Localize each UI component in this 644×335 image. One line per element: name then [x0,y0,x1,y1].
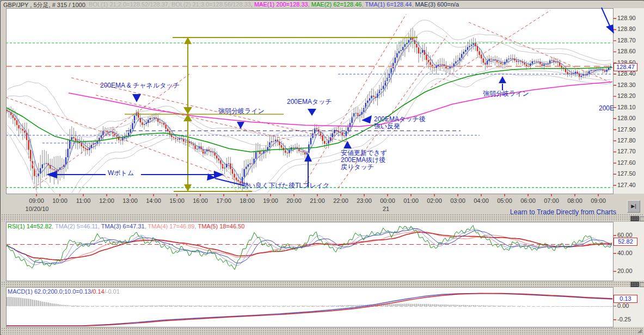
current-price-box: 128.47 [614,63,637,71]
bottom-bar [1,327,644,335]
scroll-next-button[interactable]: ▶| [627,200,640,213]
rsi-value-box: 52.82 [614,238,637,246]
splitter-grip-icon[interactable] [630,282,639,287]
splitter-rsi-macd[interactable] [1,281,644,287]
rsi-plot-area [7,222,614,281]
macd-plot-area [7,288,614,327]
chart-app-window: GBP/JPY , 5分足, # 315 / 1000, BOL(1) 21;2… [0,0,644,335]
resize-corner-icon[interactable]: ◢ [637,327,642,333]
splitter-grip-icon[interactable] [630,216,639,221]
learn-to-trade-link[interactable]: Learn to Trade Directly from Charts [510,208,616,216]
splitter-corner-icon[interactable] [640,216,644,221]
macd-value-box: 0.13 [614,295,637,303]
splitter-corner-icon[interactable] [640,282,644,287]
main-plot-area [7,9,614,194]
